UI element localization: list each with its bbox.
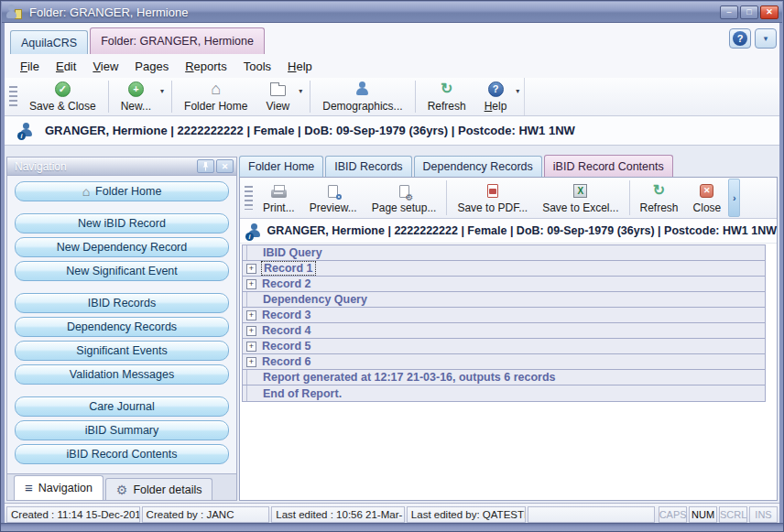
nav-new-significant-event-button[interactable]: New Significant Event [15, 261, 229, 281]
panel-close-button[interactable]: ✕ [216, 159, 234, 173]
nav-button-label: iBID Record Contents [67, 448, 178, 461]
expand-icon[interactable]: + [246, 357, 256, 367]
report-refresh-button[interactable]: ↻ Refresh [633, 178, 686, 218]
report-record-row[interactable]: + Record 2 [243, 277, 765, 292]
tab-ibid-records[interactable]: IBID Records [325, 156, 411, 177]
check-icon: ✓ [55, 81, 71, 97]
close-icon: ✕ [222, 162, 229, 171]
menu-file[interactable]: File [12, 57, 48, 76]
demographics-button[interactable]: Demographics... [313, 78, 411, 115]
nav-button-label: Significant Events [76, 344, 167, 357]
report-record-row[interactable]: + Record 6 [243, 354, 765, 370]
expand-icon[interactable]: + [246, 264, 256, 274]
report-record-row[interactable]: + Record 4 [243, 323, 765, 339]
toolbar-grip[interactable] [245, 186, 253, 210]
nav-care-journal-button[interactable]: Care Journal [15, 396, 229, 417]
view-dropdown-arrow[interactable]: ▾ [299, 87, 307, 106]
status-last-edited-by: Last edited by: QATESTING [407, 506, 526, 523]
status-bar: Created : 11:14 15-Dec-201 Created by : … [5, 503, 779, 525]
record-label: Record 2 [262, 277, 311, 290]
report-rows: IBID Query + Record 1 + Record 2 Depende… [242, 244, 766, 402]
nav-new-ibid-record-button[interactable]: New iBID Record [15, 213, 229, 233]
close-icon: ✕ [766, 8, 773, 16]
refresh-icon: ↻ [653, 183, 665, 198]
pdf-icon [487, 184, 498, 198]
tab-overflow-button[interactable]: ▾ [755, 28, 777, 49]
menu-tools[interactable]: Tools [235, 57, 279, 76]
app-icon-note [15, 9, 22, 19]
report-patient-bar: i GRANGER, Hermione | 2222222222 | Femal… [240, 219, 777, 244]
nav-ibid-summary-button[interactable]: iBID Summary [15, 420, 229, 440]
nav-dependency-records-button[interactable]: Dependency Records [15, 317, 229, 337]
scrl-indicator: SCRL [719, 506, 747, 523]
close-button[interactable]: ✕ [760, 5, 779, 19]
toolbar-separator [446, 180, 447, 215]
patient-icon: i [19, 123, 36, 138]
expand-icon[interactable]: + [246, 326, 256, 336]
save-close-button[interactable]: ✓ Save & Close [20, 78, 105, 115]
tab-folder-granger[interactable]: Folder: GRANGER, Hermione [90, 27, 265, 54]
menu-help[interactable]: Help [279, 57, 321, 76]
nav-button-label: IBID Records [88, 297, 156, 309]
report-record-row[interactable]: + Record 5 [243, 339, 765, 354]
new-dropdown-arrow[interactable]: ▾ [160, 87, 169, 106]
minimize-button[interactable]: – [720, 5, 738, 19]
expand-icon[interactable]: + [246, 342, 256, 352]
nav-folder-home-button[interactable]: ⌂ Folder Home [15, 181, 229, 201]
maximize-icon: □ [746, 8, 751, 16]
menu-edit[interactable]: Edit [48, 57, 84, 76]
pin-icon [201, 162, 210, 171]
menubar: File Edit View Pages Reports Tools Help [5, 54, 779, 78]
save-to-pdf-button[interactable]: Save to PDF... [450, 178, 535, 218]
refresh-button[interactable]: ↻ Refresh [419, 78, 475, 115]
menu-reports[interactable]: Reports [177, 57, 235, 76]
save-to-excel-button[interactable]: X Save to Excel... [535, 178, 626, 218]
save-close-label: Save & Close [29, 100, 96, 113]
maximize-button[interactable]: □ [740, 5, 758, 19]
menu-view[interactable]: View [84, 57, 126, 76]
caps-indicator: CAPS [659, 506, 687, 523]
nav-significant-events-button[interactable]: Significant Events [15, 341, 229, 361]
print-button[interactable]: Print... [256, 178, 302, 218]
nav-button-label: Folder Home [95, 185, 161, 198]
nav-new-dependency-record-button[interactable]: New Dependency Record [15, 237, 229, 257]
help-button[interactable]: ? Help [475, 78, 517, 115]
report-record-row[interactable]: + Record 1 [243, 261, 765, 277]
nav-ibid-record-contents-button[interactable]: iBID Record Contents [15, 444, 229, 464]
navigation-panel-header: Navigation ✕ [7, 157, 236, 176]
toolbar-overflow-button[interactable]: › [728, 179, 740, 217]
nav-button-label: Validation Messages [70, 368, 174, 381]
nav-validation-messages-button[interactable]: Validation Messages [15, 364, 229, 385]
toolbar-grip[interactable] [9, 86, 17, 107]
report-close-button[interactable]: ✕ Close [686, 178, 729, 218]
nav-ibid-records-button[interactable]: IBID Records [15, 293, 229, 313]
tab-ibid-record-contents[interactable]: iBID Record Contents [544, 155, 673, 177]
report-record-row[interactable]: + Record 3 [243, 308, 765, 323]
page-setup-button[interactable]: ⚙ Page setup... [365, 178, 444, 218]
minimize-icon: – [726, 8, 731, 16]
quick-help-button[interactable]: ? [729, 28, 751, 49]
tab-folder-details[interactable]: ⚙ Folder details [105, 478, 213, 500]
expand-icon[interactable]: + [246, 279, 256, 289]
report-footer-row: Report generated at 12:17 21-03-16, outp… [243, 370, 765, 385]
menu-pages[interactable]: Pages [126, 57, 177, 76]
folder-home-button[interactable]: ⌂ Folder Home [175, 78, 256, 115]
nav-button-label: Care Journal [89, 400, 155, 413]
patient-summary-text: GRANGER, Hermione | 2222222222 | Female … [267, 224, 777, 237]
pin-button[interactable] [197, 159, 214, 173]
tab-navigation[interactable]: ≡ Navigation [14, 475, 103, 500]
record-panel: Folder Home IBID Records Dependency Reco… [239, 155, 778, 501]
new-button[interactable]: + New... [112, 78, 160, 115]
tab-dependency-records[interactable]: Dependency Records [414, 156, 542, 177]
help-dropdown-arrow[interactable]: ▾ [516, 87, 524, 106]
home-icon: ⌂ [211, 81, 221, 96]
query-label: IBID Query [263, 246, 322, 259]
tab-folder-home[interactable]: Folder Home [239, 156, 323, 177]
expand-icon[interactable]: + [246, 310, 256, 320]
tab-label: Navigation [38, 482, 93, 494]
tab-aquilacrs[interactable]: AquilaCRS [10, 30, 88, 54]
preview-button[interactable]: Preview... [302, 178, 365, 218]
person-icon [355, 81, 370, 96]
preview-label: Preview... [310, 201, 357, 214]
view-button[interactable]: View [256, 78, 299, 115]
